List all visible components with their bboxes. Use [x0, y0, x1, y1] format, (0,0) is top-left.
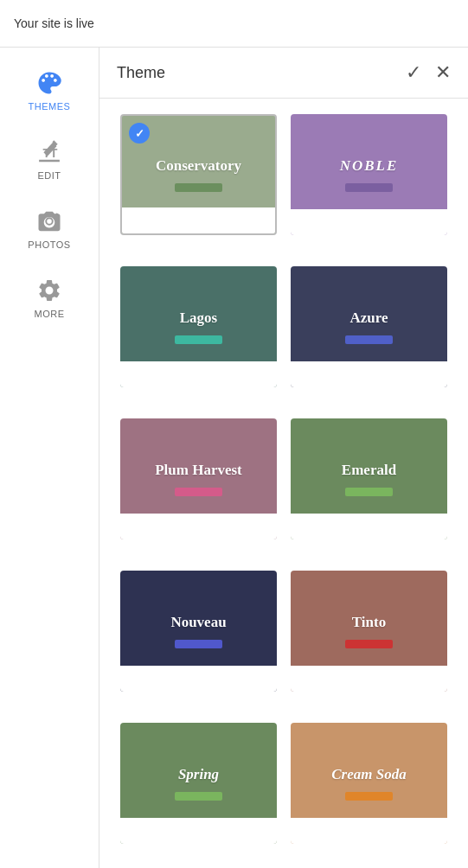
sidebar-item-themes[interactable]: THEMES [0, 56, 99, 125]
theme-card-wrapper-azure: Azure [284, 259, 454, 412]
cream-soda-bottom [291, 818, 447, 844]
nouveau-strip [120, 692, 277, 709]
theme-header-actions: ✓ ✕ [406, 61, 451, 84]
theme-panel-title: Theme [117, 64, 165, 82]
cream-soda-strip [291, 844, 447, 861]
sidebar-item-more[interactable]: MORE [0, 264, 99, 333]
theme-card-wrapper-tinto: Tinto [284, 564, 454, 716]
plum-harvest-strip [120, 539, 277, 557]
theme-card-wrapper-lagos: Lagos [113, 259, 284, 412]
gear-icon [36, 278, 62, 303]
theme-header: Theme ✓ ✕ [99, 48, 468, 99]
conservatory-bar [175, 183, 222, 192]
svg-point-2 [55, 213, 58, 215]
theme-panel: Theme ✓ ✕ ✓ Conservatory NOBLE [99, 48, 468, 868]
emerald-bottom [291, 514, 447, 539]
main-layout: THEMES TT EDIT PHOTOS MORE [0, 48, 468, 868]
sidebar: THEMES TT EDIT PHOTOS MORE [0, 48, 99, 868]
conservatory-name: Conservatory [156, 157, 241, 175]
camera-icon [36, 208, 62, 234]
edit-label: EDIT [37, 170, 61, 181]
theme-card-wrapper-emerald: Emerald [284, 412, 454, 564]
theme-card-conservatory[interactable]: ✓ Conservatory [120, 114, 277, 235]
lagos-bottom [120, 361, 277, 387]
theme-card-cream-soda[interactable]: Cream Soda [291, 723, 447, 844]
top-bar: Your site is live [0, 0, 468, 48]
spring-bar [175, 792, 222, 801]
nouveau-bar [175, 640, 222, 648]
spring-name: Spring [178, 766, 219, 783]
noble-bottom [291, 209, 447, 235]
azure-name: Azure [349, 310, 388, 327]
plum-harvest-bar [175, 488, 222, 496]
theme-card-wrapper-plum-harvest: Plum Harvest [113, 412, 284, 564]
emerald-bar [345, 488, 393, 496]
spring-bottom [120, 818, 277, 844]
theme-card-wrapper-spring: Spring [113, 716, 284, 868]
lagos-bar [175, 335, 222, 344]
theme-card-noble[interactable]: NOBLE [291, 114, 447, 235]
azure-strip [291, 387, 447, 405]
cream-soda-name: Cream Soda [331, 766, 406, 783]
theme-card-tinto[interactable]: Tinto [291, 571, 447, 692]
lagos-strip [120, 387, 277, 405]
theme-card-wrapper-nouveau: Nouveau [113, 564, 284, 716]
plum-harvest-name: Plum Harvest [155, 462, 242, 479]
site-status-text: Your site is live [14, 16, 94, 30]
palette-icon [36, 70, 62, 96]
emerald-name: Emerald [342, 462, 396, 479]
nouveau-bottom [120, 666, 277, 692]
theme-card-plum-harvest[interactable]: Plum Harvest [120, 418, 277, 539]
emerald-strip [291, 539, 447, 557]
spring-strip [120, 844, 277, 861]
azure-bottom [291, 361, 447, 387]
theme-card-azure[interactable]: Azure [291, 266, 447, 387]
tinto-bottom [291, 666, 447, 692]
plum-harvest-bottom [120, 514, 277, 539]
close-button[interactable]: ✕ [435, 61, 451, 84]
theme-grid: ✓ Conservatory NOBLE Lagos [99, 99, 468, 868]
theme-card-wrapper-cream-soda: Cream Soda [284, 716, 454, 868]
selected-badge: ✓ [129, 123, 150, 144]
sidebar-item-edit[interactable]: TT EDIT [0, 125, 99, 195]
confirm-button[interactable]: ✓ [406, 61, 421, 84]
svg-text:TT: TT [43, 147, 58, 160]
cream-soda-bar [345, 792, 393, 801]
tinto-bar [345, 640, 393, 648]
tinto-strip [291, 692, 447, 709]
sidebar-item-photos[interactable]: PHOTOS [0, 195, 99, 264]
tinto-name: Tinto [352, 614, 386, 631]
conservatory-strip [120, 235, 277, 252]
azure-bar [345, 335, 393, 344]
theme-card-lagos[interactable]: Lagos [120, 266, 277, 387]
nouveau-name: Nouveau [170, 614, 226, 631]
noble-name: NOBLE [340, 157, 399, 175]
svg-point-1 [46, 218, 53, 225]
noble-bar [345, 183, 393, 192]
theme-card-wrapper-noble: NOBLE [284, 107, 454, 259]
noble-strip [291, 235, 447, 252]
themes-label: THEMES [29, 101, 71, 112]
theme-card-wrapper-conservatory: ✓ Conservatory [113, 107, 284, 259]
lagos-name: Lagos [180, 310, 217, 327]
edit-icon: TT [36, 139, 62, 165]
photos-label: PHOTOS [28, 239, 70, 250]
more-label: MORE [35, 309, 65, 319]
conservatory-bottom [122, 207, 275, 233]
theme-card-nouveau[interactable]: Nouveau [120, 571, 277, 692]
theme-card-emerald[interactable]: Emerald [291, 418, 447, 539]
theme-card-spring[interactable]: Spring [120, 723, 277, 844]
